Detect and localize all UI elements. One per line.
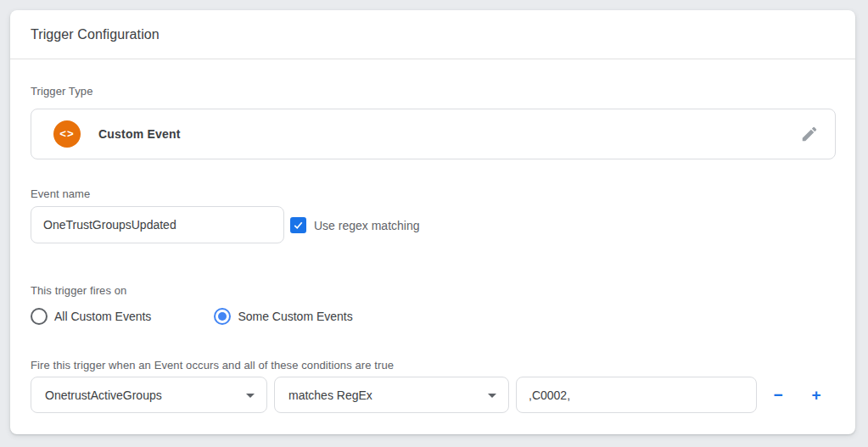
condition-variable-value: OnetrustActiveGroups	[45, 388, 162, 402]
chevron-down-icon	[246, 394, 255, 398]
radio-label: All Custom Events	[54, 310, 151, 323]
event-name-input[interactable]	[31, 206, 284, 243]
condition-row: OnetrustActiveGroups matches RegEx − +	[10, 377, 855, 413]
add-condition-button[interactable]: +	[805, 384, 827, 406]
use-regex-row: Use regex matching	[290, 217, 420, 233]
use-regex-checkbox[interactable]	[290, 217, 306, 233]
radio-label: Some Custom Events	[238, 310, 352, 323]
radio-all-custom-events[interactable]: All Custom Events	[31, 308, 151, 325]
trigger-configuration-panel: Trigger Configuration Trigger Type <> Cu…	[10, 10, 855, 434]
edit-trigger-type-button[interactable]	[796, 120, 823, 148]
use-regex-label: Use regex matching	[314, 219, 420, 232]
panel-header: Trigger Configuration	[10, 10, 855, 59]
page-title: Trigger Configuration	[31, 27, 160, 42]
radio-some-custom-events[interactable]: Some Custom Events	[214, 308, 352, 325]
fires-on-label: This trigger fires on	[31, 284, 126, 297]
condition-operator-select[interactable]: matches RegEx	[274, 377, 509, 413]
condition-value-input[interactable]	[516, 377, 757, 413]
custom-event-icon: <>	[53, 120, 81, 148]
radio-icon	[31, 308, 48, 325]
trigger-type-tile[interactable]: <> Custom Event	[31, 109, 836, 159]
radio-icon	[214, 308, 231, 325]
pencil-icon	[800, 125, 819, 143]
conditions-label: Fire this trigger when an Event occurs a…	[31, 359, 394, 372]
condition-operator-value: matches RegEx	[288, 388, 372, 402]
event-name-label: Event name	[31, 187, 90, 200]
fires-on-options: All Custom Events Some Custom Events	[31, 308, 353, 325]
remove-condition-button[interactable]: −	[767, 384, 789, 406]
trigger-type-value: Custom Event	[98, 127, 181, 141]
condition-variable-select[interactable]: OnetrustActiveGroups	[31, 377, 267, 413]
chevron-down-icon	[488, 394, 496, 398]
trigger-type-label: Trigger Type	[31, 85, 92, 98]
